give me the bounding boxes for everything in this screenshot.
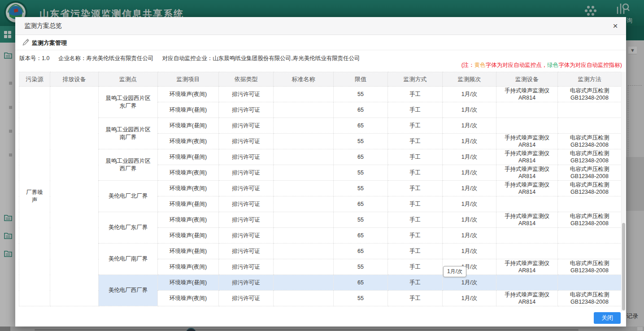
- standard-name-cell: [274, 275, 334, 291]
- monitoring-mode-cell: 手工: [388, 165, 443, 181]
- monitoring-mode-cell: 手工: [388, 275, 443, 291]
- table-vertical-scrollbar[interactable]: [621, 72, 626, 311]
- standard-name-cell: [274, 244, 334, 259]
- modal: 监测方案总览 × 监测方案管理 版本号：1.0 企业名称：寿光美伦纸业有限责任公…: [15, 17, 626, 327]
- column-header: 监测频次: [443, 72, 496, 87]
- basis-type-cell: 排污许可证: [219, 118, 274, 134]
- limit-value-cell: 55: [334, 87, 388, 102]
- monitoring-item-cell: 环境噪声(夜间): [158, 291, 219, 306]
- table-row[interactable]: 晨鸣工业园西片区西厂界环境噪声(昼间)排污许可证65手工1月/次手持式噪声监测仪…: [19, 149, 622, 165]
- column-header: 监测方法: [558, 72, 622, 87]
- standard-name-cell: [274, 118, 334, 134]
- standard-name-cell: [274, 212, 334, 228]
- version-label: 版本号：: [19, 55, 42, 61]
- limit-value-cell: 65: [334, 149, 388, 165]
- modal-section-header: 监测方案管理: [15, 35, 626, 50]
- monitoring-item-cell: 环境噪声(昼间): [158, 244, 219, 259]
- monitoring-mode-cell: 手工: [388, 228, 443, 244]
- monitoring-item-cell: 环境噪声(夜间): [158, 259, 219, 275]
- monitoring-item-cell: 环境噪声(昼间): [158, 228, 219, 244]
- standard-name-cell: [274, 149, 334, 165]
- method-cell: 电容式声压检测GB12348-2008: [558, 181, 622, 196]
- method-cell: 电容式声压检测GB12348-2008: [558, 259, 622, 275]
- method-cell: 电容式声压检测GB12348-2008: [558, 87, 622, 102]
- limit-value-cell: 65: [334, 196, 388, 212]
- method-cell: 电容式声压检测GB12348-2008: [558, 291, 622, 306]
- plan-info-line: 版本号：1.0 企业名称：寿光美伦纸业有限责任公司 对应自动监控企业：山东晨鸣纸…: [19, 55, 367, 62]
- limit-value-cell: 55: [334, 212, 388, 228]
- monitoring-mode-cell: 手工: [388, 87, 443, 102]
- frequency-cell: 1月/次: [443, 149, 496, 165]
- auto-company-label: 对应自动监控企业：: [162, 55, 213, 61]
- device-cell: 手持式噪声监测仪AR814: [496, 134, 558, 149]
- pen-icon: [22, 39, 29, 46]
- table-row[interactable]: 美伦电厂北厂界环境噪声(夜间)排污许可证55手工1月/次手持式噪声监测仪AR81…: [19, 181, 622, 196]
- frequency-cell: 1月/次: [443, 196, 496, 212]
- pollution-source-cell: 厂界噪声: [19, 87, 50, 306]
- limit-value-cell: 55: [334, 181, 388, 196]
- frequency-cell: 1月/次: [443, 118, 496, 134]
- frequency-cell: 1月/次: [443, 181, 496, 196]
- standard-name-cell: [274, 165, 334, 181]
- close-icon[interactable]: ×: [610, 21, 621, 31]
- monitoring-item-cell: 环境噪声(昼间): [158, 196, 219, 212]
- basis-type-cell: 排污许可证: [219, 87, 274, 102]
- frequency-cell: 1月/次: [443, 102, 496, 118]
- table-row[interactable]: 厂界噪声晨鸣工业园西片区东厂界环境噪声(夜间)排污许可证55手工1月/次手持式噪…: [19, 87, 622, 102]
- frequency-cell: 1月/次: [443, 244, 496, 259]
- method-cell: 电容式声压检测GB12348-2008: [558, 165, 622, 181]
- standard-name-cell: [274, 228, 334, 244]
- basis-type-cell: 排污许可证: [219, 244, 274, 259]
- table-row[interactable]: 美伦电厂东厂界环境噪声(夜间)排污许可证55手工1月/次手持式噪声监测仪AR81…: [19, 212, 622, 228]
- column-header: 依据类型: [219, 72, 274, 87]
- monitoring-mode-cell: 手工: [388, 181, 443, 196]
- column-header: 监测方式: [388, 72, 443, 87]
- monitoring-plan-table: 污染源排放设备监测点监测项目依据类型标准名称限值监测方式监测频次监测设备监测方法…: [19, 72, 622, 306]
- company-label: 企业名称：: [58, 55, 87, 61]
- limit-value-cell: 65: [334, 228, 388, 244]
- table-row[interactable]: 美伦电厂西厂界环境噪声(昼间)排污许可证65手工1月/次: [19, 275, 622, 291]
- basis-type-cell: 排污许可证: [219, 134, 274, 149]
- basis-type-cell: 排污许可证: [219, 149, 274, 165]
- monitoring-mode-cell: 手工: [388, 212, 443, 228]
- column-header: 标准名称: [274, 72, 334, 87]
- limit-value-cell: 55: [334, 165, 388, 181]
- standard-name-cell: [274, 134, 334, 149]
- device-cell: [496, 275, 558, 291]
- note-yellow-word: 黄色: [474, 62, 486, 68]
- color-legend-note: (注：黄色字体为对应自动监控点，绿色字体为对应自动监控指标): [461, 61, 622, 69]
- basis-type-cell: 排污许可证: [219, 181, 274, 196]
- monitoring-mode-cell: 手工: [388, 134, 443, 149]
- note-yellow-desc: 字体为对应自动监控点，: [486, 62, 548, 68]
- standard-name-cell: [274, 291, 334, 306]
- close-button[interactable]: 关闭: [594, 312, 621, 324]
- device-cell: 手持式噪声监测仪AR814: [496, 212, 558, 228]
- method-cell: [558, 275, 622, 291]
- method-cell: [558, 228, 622, 244]
- device-cell: 手持式噪声监测仪AR814: [496, 149, 558, 165]
- monitoring-point-cell: 美伦电厂西厂界: [99, 275, 158, 306]
- column-header: 污染源: [19, 72, 50, 87]
- device-cell: [496, 196, 558, 212]
- basis-type-cell: 排污许可证: [219, 259, 274, 275]
- device-cell: [496, 244, 558, 259]
- frequency-cell: 1月/次: [443, 134, 496, 149]
- monitoring-mode-cell: 手工: [388, 149, 443, 165]
- monitoring-item-cell: 环境噪声(夜间): [158, 165, 219, 181]
- frequency-cell: 1月/次: [443, 291, 496, 306]
- monitoring-point-cell: 晨鸣工业园西片区西厂界: [99, 149, 158, 181]
- method-cell: [558, 102, 622, 118]
- frequency-cell: 1月/次: [443, 228, 496, 244]
- frequency-cell: 1月/次: [443, 212, 496, 228]
- standard-name-cell: [274, 87, 334, 102]
- device-cell: [496, 228, 558, 244]
- column-header: 排放设备: [50, 72, 99, 87]
- version-value: 1.0: [42, 55, 49, 61]
- table-row[interactable]: 晨鸣工业园西片区南厂界环境噪声(昼间)排污许可证65手工1月/次: [19, 118, 622, 134]
- column-header: 限值: [334, 72, 388, 87]
- monitoring-mode-cell: 手工: [388, 102, 443, 118]
- table-row[interactable]: 美伦电厂南厂界环境噪声(昼间)排污许可证65手工1月/次: [19, 244, 622, 259]
- limit-value-cell: 65: [334, 118, 388, 134]
- monitoring-point-cell: 美伦电厂东厂界: [99, 212, 158, 244]
- vertical-scrollbar-thumb[interactable]: [622, 223, 625, 310]
